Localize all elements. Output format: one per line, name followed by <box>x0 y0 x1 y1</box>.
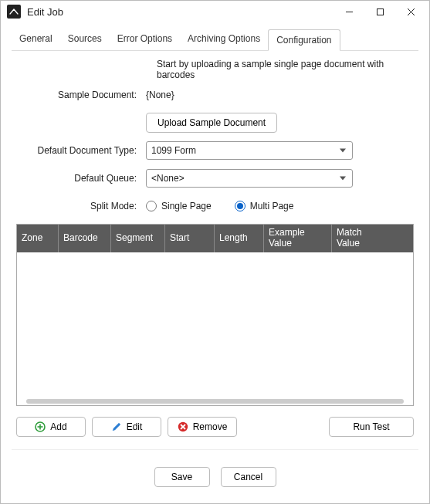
tab-sources[interactable]: Sources <box>60 29 110 50</box>
content: GeneralSourcesError OptionsArchiving Opt… <box>1 22 429 503</box>
window-controls <box>334 1 426 22</box>
pencil-icon <box>111 421 122 432</box>
default-queue-label: Default Queue: <box>16 173 146 184</box>
remove-button[interactable]: Remove <box>168 417 237 437</box>
close-button[interactable] <box>395 1 426 22</box>
zone-grid-body[interactable] <box>17 252 413 397</box>
column-header-zone[interactable]: Zone <box>17 225 59 252</box>
tab-archiving-options[interactable]: Archiving Options <box>180 29 268 50</box>
tab-error-options[interactable]: Error Options <box>110 29 180 50</box>
sample-document-label: Sample Document: <box>16 90 146 100</box>
zone-grid-horizontal-scrollbar[interactable] <box>17 397 413 405</box>
tab-configuration[interactable]: Configuration <box>268 29 340 51</box>
configuration-panel: Start by uploading a sample single page … <box>12 51 418 437</box>
dialog-footer: Save Cancel <box>12 449 418 503</box>
upload-sample-document-button[interactable]: Upload Sample Document <box>146 113 277 133</box>
tab-general[interactable]: General <box>12 29 60 50</box>
zone-grid: ZoneBarcodeSegmentStartLengthExample Val… <box>16 224 414 406</box>
default-doc-type-select[interactable]: 1099 Form <box>146 141 353 160</box>
titlebar: Edit Job <box>1 1 429 22</box>
default-doc-type-label: Default Document Type: <box>16 145 146 156</box>
radio-label: Multi Page <box>250 201 294 211</box>
add-button[interactable]: Add <box>16 417 86 437</box>
svg-rect-1 <box>377 8 383 15</box>
split-mode-group: Single PageMulti Page <box>146 201 414 211</box>
column-header-match[interactable]: Match Value <box>332 225 400 252</box>
tabs: GeneralSourcesError OptionsArchiving Opt… <box>12 29 418 51</box>
window-title: Edit Job <box>27 6 334 18</box>
zone-grid-header: ZoneBarcodeSegmentStartLengthExample Val… <box>17 225 413 252</box>
column-header-barcode[interactable]: Barcode <box>59 225 111 252</box>
remove-circle-icon <box>178 421 188 432</box>
cancel-button[interactable]: Cancel <box>221 467 276 487</box>
split-mode-option-single-page[interactable]: Single Page <box>146 201 212 211</box>
grid-actions: Add Edit Remove Run Test <box>16 417 414 437</box>
save-button[interactable]: Save <box>154 467 210 487</box>
sample-document-value: {None} <box>146 90 174 100</box>
minimize-button[interactable] <box>334 1 364 22</box>
split-mode-option-multi-page[interactable]: Multi Page <box>235 201 294 211</box>
column-header-example[interactable]: Example Value <box>264 225 332 252</box>
default-queue-select[interactable]: <None> <box>146 169 353 188</box>
column-header-length[interactable]: Length <box>215 225 264 252</box>
column-header-start[interactable]: Start <box>165 225 215 252</box>
column-header-segment[interactable]: Segment <box>111 225 165 252</box>
split-mode-label: Split Mode: <box>16 201 146 211</box>
instruction-text: Start by uploading a sample single page … <box>157 59 414 80</box>
edit-button[interactable]: Edit <box>92 417 161 437</box>
radio-label: Single Page <box>161 201 212 211</box>
app-icon <box>7 5 21 19</box>
plus-circle-icon <box>35 421 46 432</box>
window: Edit Job GeneralSourcesError OptionsArch… <box>0 0 430 504</box>
radio-icon <box>146 201 157 211</box>
maximize-button[interactable] <box>364 1 395 22</box>
run-test-button[interactable]: Run Test <box>329 417 414 437</box>
radio-icon <box>235 201 245 211</box>
